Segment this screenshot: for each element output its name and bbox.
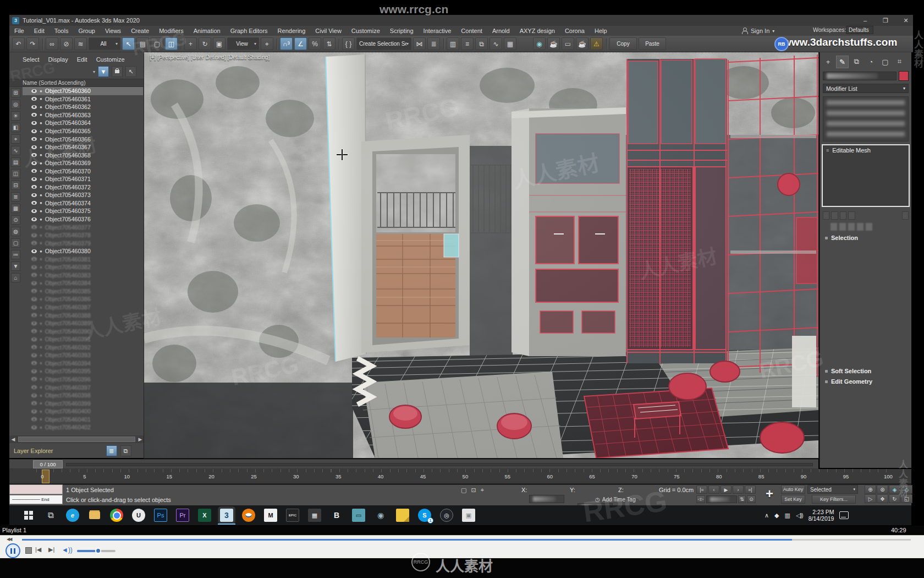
menu-item[interactable]: Views: [100, 28, 126, 34]
list-item[interactable]: ● Object705460389: [23, 319, 143, 328]
isolate-selection-icon[interactable]: ▢: [461, 487, 466, 494]
list-item[interactable]: ● Object705460402: [23, 423, 143, 432]
scroll-right-icon[interactable]: ▶: [136, 437, 144, 442]
visibility-eye-icon[interactable]: [31, 417, 37, 421]
list-item[interactable]: ● Object705460390: [23, 327, 143, 335]
sx-groups-icon[interactable]: ⊟: [11, 181, 20, 190]
use-pivot-point-center-button[interactable]: ⌖ ▾: [261, 37, 273, 50]
visibility-eye-icon[interactable]: [31, 265, 37, 269]
visibility-eye-icon[interactable]: [31, 233, 37, 237]
list-item[interactable]: ● Object705460363: [23, 111, 143, 119]
sx-containers-icon[interactable]: ⊙: [11, 215, 20, 225]
taskbar-app-excel[interactable]: X: [198, 509, 211, 522]
rectangular-selection-region-button[interactable]: ▢ ▾: [151, 37, 163, 50]
rollout-soft-selection[interactable]: Soft Selection: [825, 368, 871, 374]
viewport[interactable]: [144, 52, 818, 458]
list-item[interactable]: ● Object705460378: [23, 231, 143, 239]
transform-gizmo-icon[interactable]: ⌖: [481, 487, 484, 494]
taskbar-app-epic[interactable]: EPIC: [286, 509, 299, 522]
sx-cameras-icon[interactable]: ◧: [11, 123, 20, 132]
list-item[interactable]: ● Object705460377: [23, 223, 143, 231]
previous-frame-button[interactable]: ‹: [708, 486, 719, 494]
rendered-frame-window-button[interactable]: ▭ ▾: [562, 37, 574, 50]
set-keys-icon[interactable]: ⊙: [747, 495, 756, 503]
filter-funnel-button[interactable]: ▼: [98, 66, 109, 77]
time-slider-handle[interactable]: 0 / 100: [33, 460, 63, 468]
key-mode-toggle[interactable]: ◁▷: [696, 495, 705, 503]
show-end-result-button[interactable]: [831, 211, 838, 220]
tab-modify[interactable]: ✎: [836, 56, 849, 68]
sx-filter-icon[interactable]: ▼: [11, 261, 20, 271]
sign-in-button[interactable]: Sign In ▾: [741, 26, 774, 35]
menu-item[interactable]: Modifiers: [154, 28, 189, 34]
list-item[interactable]: ● Object705460386: [23, 295, 143, 303]
taskbar-app-file-explorer[interactable]: [88, 509, 101, 522]
previous-track-button[interactable]: |◀: [35, 546, 41, 553]
select-and-move-button[interactable]: + ▾: [184, 37, 197, 50]
list-item[interactable]: ● Object705460379: [23, 239, 143, 247]
visibility-eye-icon[interactable]: [31, 377, 37, 381]
sx-spacewarps-icon[interactable]: ◫: [11, 169, 20, 178]
frame-spinner[interactable]: ⇅: [738, 495, 746, 503]
menu-item[interactable]: Edit: [29, 28, 50, 34]
visibility-eye-icon[interactable]: [31, 306, 37, 309]
pick-cursor-button[interactable]: ↖: [125, 66, 136, 77]
taskbar-app-obs[interactable]: ◎: [440, 509, 453, 522]
modifier-stack[interactable]: ≡ Editable Mesh: [822, 144, 910, 207]
visibility-eye-icon[interactable]: [31, 145, 37, 149]
menu-item[interactable]: File: [9, 28, 29, 34]
taskbar-app-calculator[interactable]: ▦: [308, 509, 321, 522]
remove-modifier-button[interactable]: [848, 211, 855, 220]
menu-item[interactable]: AXYZ design: [515, 28, 560, 34]
list-item[interactable]: ● Object705460364: [23, 119, 143, 127]
taskbar-app-maya[interactable]: M: [264, 509, 277, 522]
sx-helpers-icon[interactable]: ⌖: [11, 134, 20, 144]
go-to-start-button[interactable]: |«: [696, 486, 707, 494]
visibility-eye-icon[interactable]: [31, 394, 37, 397]
select-and-link-button[interactable]: ∞ ▾: [46, 37, 58, 50]
select-and-scale-button[interactable]: ▣ ▾: [213, 37, 226, 50]
select-by-name-button[interactable]: ▤ ▾: [136, 37, 149, 50]
current-frame-field[interactable]: [706, 495, 737, 503]
menu-item[interactable]: Create: [126, 28, 154, 34]
list-item[interactable]: ● Object705460392: [23, 343, 143, 352]
sx-home-icon[interactable]: ⌂: [11, 273, 20, 282]
object-color-swatch[interactable]: [899, 71, 909, 81]
copy-button[interactable]: Copy ▾: [609, 37, 637, 50]
taskbar-app-blender[interactable]: [242, 509, 255, 522]
taskbar-app-figure[interactable]: ◉: [374, 509, 387, 522]
rollout-edit-geometry[interactable]: Edit Geometry: [825, 378, 872, 385]
close-button[interactable]: ✕: [898, 15, 914, 26]
fov-button[interactable]: ▷: [865, 494, 876, 503]
visibility-eye-icon[interactable]: [31, 257, 37, 261]
edit-named-selection-sets-button[interactable]: { } ▾: [342, 37, 355, 50]
sx-bones-icon[interactable]: ▦: [11, 204, 20, 213]
undo-button[interactable]: ↶ ▾: [12, 37, 25, 50]
visibility-eye-icon[interactable]: [31, 97, 37, 101]
menu-item[interactable]: Group: [73, 28, 100, 34]
pin-stack-button[interactable]: [823, 211, 829, 220]
visibility-eye-icon[interactable]: [31, 161, 37, 165]
visibility-eye-icon[interactable]: [31, 137, 37, 141]
select-object-button[interactable]: ↖ ▾: [122, 37, 135, 50]
mirror-button[interactable]: ⋈ ▾: [413, 37, 426, 50]
visibility-eye-icon[interactable]: [31, 169, 37, 173]
visibility-eye-icon[interactable]: [31, 193, 37, 197]
unlink-selection-button[interactable]: ⊘ ▾: [60, 37, 73, 50]
list-item[interactable]: ● Object705460373: [23, 191, 143, 199]
zoom-extents-button[interactable]: ◈: [889, 485, 900, 494]
next-frame-button[interactable]: ›: [733, 486, 744, 494]
list-item[interactable]: ● Object705460393: [23, 351, 143, 359]
tab-display[interactable]: ▢: [879, 56, 892, 68]
visibility-eye-icon[interactable]: [31, 426, 37, 429]
visibility-eye-icon[interactable]: [31, 241, 37, 245]
list-item[interactable]: ● Object705460366: [23, 135, 143, 143]
key-filters-button[interactable]: Key Filters...: [812, 495, 856, 504]
tab-utilities[interactable]: ⌗: [893, 56, 906, 68]
warning-icon[interactable]: ⚠ ▾: [590, 37, 603, 50]
visibility-eye-icon[interactable]: [31, 217, 37, 221]
taskbar-start-button[interactable]: [22, 509, 35, 522]
visibility-eye-icon[interactable]: [31, 289, 37, 293]
menu-item[interactable]: Graph Editors: [226, 28, 273, 34]
scrollbar-thumb[interactable]: [18, 437, 135, 442]
